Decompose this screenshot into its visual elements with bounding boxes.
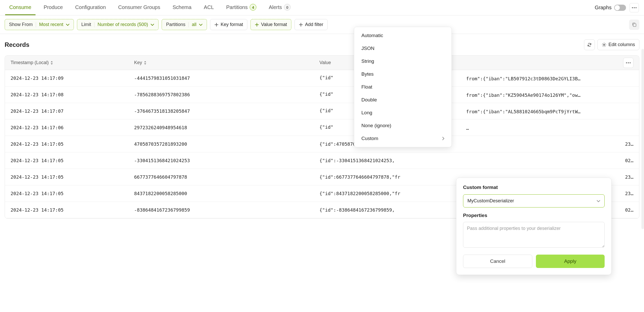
cell-value: {"id":-3304151368421024253,02… bbox=[319, 158, 633, 163]
chevron-down-icon bbox=[199, 24, 203, 26]
column-key[interactable]: Key bbox=[134, 60, 319, 65]
tab-produce[interactable]: Produce bbox=[40, 0, 67, 15]
dropdown-item-automatic[interactable]: Automatic bbox=[354, 29, 451, 42]
properties-label: Properties bbox=[463, 213, 605, 218]
tab-consume[interactable]: Consume bbox=[5, 0, 36, 15]
svg-point-0 bbox=[632, 7, 633, 8]
filter-value-format[interactable]: Value format bbox=[250, 19, 291, 30]
tab-consumer-groups[interactable]: Consumer Groups bbox=[114, 0, 164, 15]
copy-button[interactable] bbox=[629, 20, 639, 30]
dropdown-item-float[interactable]: Float bbox=[354, 81, 451, 93]
cell-timestamp: 2024-12-23 14:17:05 bbox=[11, 141, 134, 147]
cell-timestamp: 2024-12-23 14:17:09 bbox=[11, 75, 134, 81]
value-format-dropdown: Automatic JSON String Bytes Float Double… bbox=[354, 27, 452, 147]
svg-point-2 bbox=[636, 7, 637, 8]
gear-icon bbox=[602, 42, 606, 47]
table-row[interactable]: 2024-12-23 14:17:09-4441579831051031847{… bbox=[5, 70, 639, 86]
edit-columns-button[interactable]: Edit columns bbox=[597, 39, 639, 50]
tab-acl[interactable]: ACL bbox=[200, 0, 218, 15]
more-menu-button[interactable] bbox=[630, 3, 639, 12]
filter-key-format[interactable]: Key format bbox=[210, 19, 247, 30]
dropdown-item-double[interactable]: Double bbox=[354, 93, 451, 106]
chevron-down-icon bbox=[597, 200, 600, 202]
table-row[interactable]: 2024-12-23 14:17:08-7856288369757802386{… bbox=[5, 86, 639, 103]
filter-show-from[interactable]: Show From Most recent bbox=[5, 19, 74, 30]
chevron-right-icon bbox=[442, 137, 444, 140]
scrollbar[interactable] bbox=[641, 49, 644, 219]
records-title: Records bbox=[5, 41, 29, 48]
sort-icon bbox=[50, 61, 53, 65]
partitions-count-badge: 4 bbox=[250, 4, 256, 11]
cell-key: -7856288369757802386 bbox=[134, 92, 319, 97]
svg-point-5 bbox=[626, 62, 627, 63]
dropdown-item-string[interactable]: String bbox=[354, 55, 451, 68]
cell-timestamp: 2024-12-23 14:17:05 bbox=[11, 158, 134, 163]
deserializer-select[interactable]: MyCustomDeserializer bbox=[463, 194, 605, 207]
refresh-button[interactable] bbox=[584, 39, 595, 50]
filter-partitions[interactable]: Partitions all bbox=[162, 19, 207, 30]
chevron-down-icon bbox=[66, 24, 69, 26]
svg-point-1 bbox=[634, 7, 635, 8]
cell-timestamp: 2024-12-23 14:17:05 bbox=[11, 207, 134, 213]
dropdown-item-custom[interactable]: Custom bbox=[354, 132, 451, 145]
tab-partitions[interactable]: Partitions 4 bbox=[222, 0, 260, 15]
tab-bar: Consume Produce Configuration Consumer G… bbox=[0, 0, 644, 15]
dropdown-item-json[interactable]: JSON bbox=[354, 42, 451, 55]
cell-key: -3304151368421024253 bbox=[134, 158, 319, 163]
cell-key: 4705870357281893200 bbox=[134, 141, 319, 147]
sort-icon bbox=[144, 61, 147, 65]
add-filter-button[interactable]: Add filter bbox=[294, 19, 328, 30]
cell-timestamp: 2024-12-23 14:17:06 bbox=[11, 125, 134, 130]
plus-icon bbox=[299, 23, 303, 27]
custom-format-panel: Custom format MyCustomDeserializer Prope… bbox=[456, 178, 612, 219]
dropdown-item-none[interactable]: None (ignore) bbox=[354, 119, 451, 132]
cell-key: -3764673518138205847 bbox=[134, 108, 319, 114]
more-horizontal-icon bbox=[632, 7, 637, 8]
cell-key: 8437182200058285000 bbox=[134, 191, 319, 196]
more-horizontal-icon bbox=[626, 62, 631, 63]
dropdown-item-bytes[interactable]: Bytes bbox=[354, 68, 451, 81]
table-header: Timestamp (Local) Key Value bbox=[5, 56, 639, 70]
svg-rect-3 bbox=[633, 24, 636, 27]
table-more-button[interactable] bbox=[623, 58, 633, 68]
svg-point-4 bbox=[603, 44, 605, 45]
cell-key: 6677377646604797878 bbox=[134, 174, 319, 180]
tab-configuration[interactable]: Configuration bbox=[71, 0, 110, 15]
graphs-toggle[interactable] bbox=[614, 5, 626, 11]
copy-icon bbox=[632, 22, 637, 27]
alerts-count-badge: 0 bbox=[284, 4, 291, 11]
table-row[interactable]: 2024-12-23 14:17:062972326240948954618{"… bbox=[5, 119, 639, 136]
refresh-icon bbox=[587, 42, 592, 47]
graphs-label: Graphs bbox=[595, 5, 612, 11]
tab-alerts[interactable]: Alerts 0 bbox=[265, 0, 295, 15]
dropdown-item-long[interactable]: Long bbox=[354, 106, 451, 119]
table-row[interactable]: 2024-12-23 14:17:054705870357281893200{"… bbox=[5, 136, 639, 152]
cell-timestamp: 2024-12-23 14:17:07 bbox=[11, 108, 134, 114]
tab-schema[interactable]: Schema bbox=[168, 0, 195, 15]
column-timestamp[interactable]: Timestamp (Local) bbox=[11, 60, 134, 65]
svg-point-6 bbox=[628, 62, 629, 63]
cell-timestamp: 2024-12-23 14:17:05 bbox=[11, 191, 134, 196]
cell-timestamp: 2024-12-23 14:17:05 bbox=[11, 174, 134, 180]
filter-bar: Show From Most recent Limit Number of re… bbox=[0, 15, 644, 34]
cell-timestamp: 2024-12-23 14:17:08 bbox=[11, 92, 134, 97]
plus-icon bbox=[214, 23, 219, 27]
table-row[interactable]: 2024-12-23 14:17:07-3764673518138205847{… bbox=[5, 103, 639, 119]
cell-key: 2972326240948954618 bbox=[134, 125, 319, 130]
chevron-down-icon bbox=[151, 24, 154, 26]
svg-point-7 bbox=[630, 62, 631, 63]
table-row[interactable]: 2024-12-23 14:17:05-3304151368421024253{… bbox=[5, 152, 639, 169]
custom-format-title: Custom format bbox=[463, 185, 605, 190]
filter-limit[interactable]: Limit Number of records (500) bbox=[77, 19, 159, 30]
cell-key: -4441579831051031847 bbox=[134, 75, 319, 81]
cell-key: -8386484167236799859 bbox=[134, 207, 319, 213]
plus-icon bbox=[255, 23, 259, 27]
records-header: Records Edit columns bbox=[0, 34, 644, 55]
